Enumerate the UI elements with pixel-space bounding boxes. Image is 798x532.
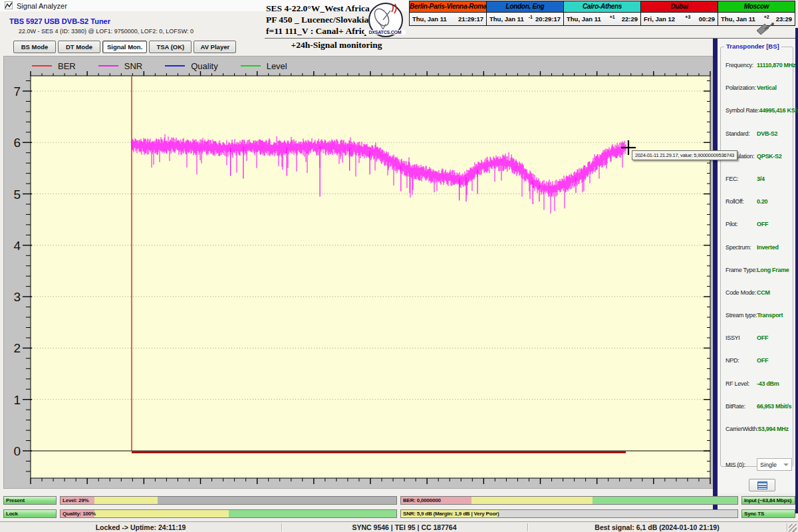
clock-dubai: DubaiFri, Jan 12+300:29	[641, 1, 718, 25]
clock-utc-offset: +1	[603, 15, 622, 19]
transponder-groupbox: Transponder [BS] Frequency:11110,870 MHz…	[720, 47, 793, 467]
meter-text: Present	[6, 497, 25, 503]
svg-text:3: 3	[13, 290, 21, 304]
chart-tooltip: 2024-01-11 21.29.17, value: 5,9000000953…	[632, 150, 737, 160]
tab-tsa-ok-[interactable]: TSA (OK)	[149, 41, 192, 53]
clock-date: Thu, Jan 11	[721, 15, 755, 23]
tp-value: OFF	[757, 221, 768, 227]
meter-snr: SNR: 5,9 dB (Margin: 1,9 dB | Very Poor)	[400, 509, 738, 518]
tp-label: Pilot:	[726, 221, 757, 227]
signal-analyzer-window: Signal Analyzer TBS 5927 USB DVB-S2 Tune…	[0, 0, 798, 532]
tp-value: 11110,870 MHz	[757, 62, 795, 68]
tp-value: -43 dBm	[757, 380, 779, 387]
svg-text:7: 7	[13, 84, 21, 98]
clock-date: Thu, Jan 11	[567, 15, 601, 23]
meter-segment	[94, 497, 158, 504]
meter-segment	[94, 510, 229, 517]
meter-present: Present	[3, 496, 57, 505]
meter-input-63-84-mbps-: Input (~63,84 Mbps)	[741, 496, 795, 505]
tp-label: Frame Type:	[726, 267, 757, 273]
clock-city: Moscow	[718, 1, 795, 13]
tp-label: RollOff:	[726, 198, 757, 205]
panel-separator	[713, 39, 718, 513]
dxsatcs-logo: DXSATCS.COM	[367, 3, 403, 39]
clock-cairo-athens: Cairo-AthensThu, Jan 11+122:29	[564, 1, 641, 25]
tab-av-player[interactable]: AV Player	[194, 41, 236, 53]
svg-text:6: 6	[13, 136, 21, 150]
window-right-edge	[795, 28, 798, 513]
monitor-title-line4: +24h-Signal monitoring	[265, 40, 408, 51]
window-title: Signal Analyzer	[17, 2, 67, 10]
meter-text: SNR: 5,9 dB (Margin: 1,9 dB | Very Poor)	[403, 511, 499, 517]
tp-value: 0.20	[757, 198, 767, 205]
tuner-name: TBS 5927 USB DVB-S2 Tuner	[9, 17, 110, 25]
clock-utc-offset: -1	[526, 15, 535, 19]
tuner-details: 22.0W - SES 4 (ID: 3380) @ LOF1: 9750000…	[19, 28, 194, 35]
transponder-row: RollOff:0.20	[726, 198, 792, 221]
meter-lock: Lock	[3, 509, 57, 518]
svg-text:1: 1	[13, 393, 21, 407]
clock-city: Cairo-Athens	[564, 1, 640, 13]
transponder-row: RF Level:-43 dBm	[726, 380, 792, 403]
transponder-row: NPD:OFF	[726, 357, 792, 380]
status-divider	[527, 523, 528, 531]
tp-value: OFF	[757, 357, 768, 364]
tab-bs-mode[interactable]: BS Mode	[13, 41, 56, 53]
clock-city: Dubai	[641, 1, 718, 13]
transponder-panel: Transponder [BS] Frequency:11110,870 MHz…	[718, 39, 795, 493]
logo-text: DXSATCS.COM	[364, 30, 406, 35]
clock-london-eng: London, EngThu, Jan 11-120:29:17	[487, 1, 564, 25]
clock-date: Thu, Jan 11	[412, 15, 447, 23]
meter-text: Lock	[6, 511, 18, 517]
resize-grip[interactable]	[789, 524, 797, 532]
mis-label: MIS (0):	[726, 462, 757, 468]
monitor-title-line2: PF 450 _ Lucenec/Slovakia	[266, 14, 367, 25]
transponder-row: Pilot:OFF	[726, 221, 792, 243]
mis-dropdown[interactable]: Single	[757, 458, 792, 471]
status-sync: SYNC 9546 | TEI 95 | CC 187764	[281, 522, 527, 532]
clock-time: 00:29	[699, 15, 715, 23]
meter-text: Input (~63,84 Mbps)	[744, 497, 791, 503]
transponder-row: Stream type:Transport	[726, 312, 792, 334]
meter-segment	[593, 497, 737, 504]
svg-text:0: 0	[13, 444, 21, 458]
tp-label: BitRate:	[726, 403, 757, 410]
tab-signal-mon-[interactable]: Signal Mon.	[102, 41, 147, 53]
mis-value: Single	[760, 462, 777, 468]
clock-utc-offset: +2	[757, 15, 776, 19]
status-divider	[281, 523, 282, 531]
clock-time: 23:29	[776, 15, 792, 23]
transponder-row: ISSYIOFF	[726, 334, 792, 357]
clock-time: 20:29:17	[535, 15, 561, 23]
svg-text:4: 4	[13, 239, 21, 253]
tp-value: Vertical	[757, 84, 777, 91]
tp-label: Spectrum:	[726, 244, 757, 251]
svg-text:2: 2	[13, 341, 21, 355]
status-bar: Locked -> Uptime: 24:11:19 SYNC 9546 | T…	[0, 521, 798, 532]
tp-value: 66,953 Mbit/s	[757, 403, 791, 410]
signal-chart[interactable]: 01234567	[4, 57, 716, 488]
monitor-title-line1: SES 4-22.0°W_West Africa	[266, 3, 367, 14]
meter-ber: BER: 0,0000000	[400, 496, 738, 505]
tp-label: Frequency:	[726, 62, 757, 68]
tp-value: 3/4	[757, 176, 765, 182]
transponder-rows: Frequency:11110,870 MHzPolarization:Vert…	[726, 62, 792, 448]
tp-value: Transport	[757, 312, 783, 319]
tp-label: FEC:	[726, 176, 757, 182]
transponder-list-button[interactable]	[749, 479, 775, 491]
tp-label: ISSYI	[726, 334, 757, 341]
world-clocks: Berlin-Paris-Vienna-RomaThu, Jan 1121:29…	[409, 1, 795, 26]
tp-label: RF Level:	[726, 380, 757, 387]
transponder-row: Code Mode:CCM	[726, 289, 792, 312]
meter-quality: Quality: 100%	[60, 509, 397, 518]
meter-segment	[229, 510, 397, 517]
mis-row: MIS (0): Single	[726, 458, 792, 471]
transponder-row: Frequency:11110,870 MHz	[726, 62, 792, 84]
clock-city: Berlin-Paris-Vienna-Roma	[410, 1, 486, 13]
tp-value: QPSK-S2	[757, 153, 781, 160]
tab-bar: BS ModeDT ModeSignal Mon.TSA (OK)AV Play…	[13, 41, 236, 53]
tp-label: Code Mode:	[726, 289, 757, 296]
chevron-down-icon	[783, 464, 789, 466]
tab-dt-mode[interactable]: DT Mode	[58, 41, 100, 53]
status-best-signal: Best signal: 6,1 dB (2024-01-10 21:19)	[527, 522, 787, 532]
